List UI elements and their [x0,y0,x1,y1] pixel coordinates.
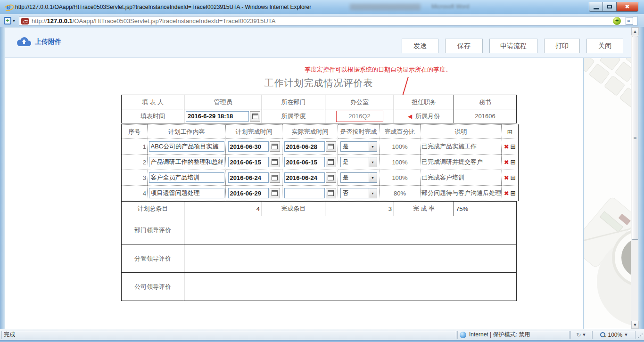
delete-row-icon[interactable]: ✖ [504,174,509,181]
calendar-icon [328,175,334,180]
calendar-button[interactable] [326,141,336,152]
calendar-button[interactable] [270,141,280,152]
print-button[interactable]: 打印 [544,39,580,53]
duty-value: 秘书 [454,95,517,109]
month-marker-icon: ◀ [408,113,412,120]
on-time-select[interactable]: 是▼ [340,172,377,183]
on-time-select[interactable]: 否▼ [340,188,377,198]
close-window-button[interactable]: ✖ [617,2,638,12]
note-text: 已完成产品实施工作 [421,139,502,155]
dept-leader-eval-label: 部门领导评价 [122,216,184,244]
calendar-button[interactable] [250,111,260,122]
calendar-icon [272,159,278,165]
plan-date-input[interactable] [228,188,269,198]
col-on-time: 是否按时完成 [338,125,380,139]
security-zone: Internet | 保护模式: 禁用 [457,331,570,339]
send-button[interactable]: 发送 [402,39,438,53]
calendar-button[interactable] [326,188,336,198]
actual-date-input[interactable] [284,141,325,152]
percent-value: 100% [380,139,421,155]
percent-value: 100% [380,155,421,170]
plan-date-input[interactable] [228,141,269,152]
on-time-select[interactable]: 是▼ [340,141,377,152]
magnifier-icon [600,332,605,337]
delete-row-icon[interactable]: ✖ [504,190,509,197]
form-title: 工作计划完成情况评价表 [121,77,516,90]
ie-icon: e [4,3,13,11]
content-input[interactable] [149,172,224,183]
actual-date-input[interactable] [284,157,325,167]
percent-value: 100% [380,170,421,186]
branch-leader-eval-area[interactable] [184,244,517,273]
scroll-up-button[interactable]: ▲ [631,27,639,35]
apply-workflow-button[interactable]: 申请流程 [489,39,537,53]
done-value: 3 [325,202,394,216]
save-button[interactable]: 保存 [445,39,483,53]
add-row-icon[interactable]: ⊞ [511,158,516,166]
address-bar-icons [611,16,637,25]
table-row: 4 否▼ 80% 部分问题待与客户沟通后处理 ✖⊞ [122,186,519,201]
close-page-button[interactable]: 关闭 [586,39,623,53]
filler-label: 填 表 人 [122,95,184,109]
internet-globe-icon [460,332,466,338]
quarter-label: 所属季度 [262,109,325,123]
plan-date-input[interactable] [228,172,269,183]
add-row-icon[interactable]: ⊞ [511,189,516,197]
zoom-level: 100% [608,332,622,338]
title-bar: e http://127.0.0.1/OAapp/HtTrace0503Serv… [0,0,644,14]
plan-date-input[interactable] [228,157,269,167]
site-favicon [21,18,29,24]
row-no: 1 [122,139,148,155]
content-input[interactable] [149,157,224,167]
actual-date-input[interactable] [284,172,325,183]
toolbar-buttons: 发送 保存 申请流程 打印 关闭 [402,39,623,53]
upload-attachment-link[interactable]: 上传附件 [17,37,61,46]
divider [623,17,623,25]
add-row-icon[interactable]: ⊞ [511,143,516,150]
chevron-down-icon: ▼ [583,333,585,337]
add-row-icon[interactable]: ⊞ [507,128,513,136]
zoom-control[interactable]: 100% ▼ [592,331,636,339]
calendar-icon [252,114,258,119]
calendar-button[interactable] [326,157,336,167]
add-favorite-icon: + [4,17,11,24]
url-field[interactable]: http://127.0.0.1/OAapp/HtTrace0503Servle… [19,16,637,26]
delete-row-icon[interactable]: ✖ [504,143,509,150]
table-row: 2 是▼ 100% 已完成调研并提交客户 ✖⊞ [122,155,519,170]
calendar-button[interactable] [270,172,280,183]
dept-leader-eval-area[interactable] [184,216,517,244]
chevron-down-icon: ▼ [369,157,377,167]
chevron-down-icon: ▼ [625,333,627,337]
summary-table: 计划总条目 4 完成条目 3 完 成 率 75% [121,201,517,216]
total-value: 4 [184,202,262,216]
calendar-button[interactable] [326,172,336,183]
minimize-icon [594,8,599,9]
add-favorite-button[interactable]: + ▼ [4,16,17,25]
fill-time-input[interactable] [186,111,249,122]
cloud-upload-icon [17,37,31,46]
compatibility-view-icon[interactable] [626,17,633,25]
rate-value: 75% [454,202,517,216]
calendar-button[interactable] [270,157,280,167]
company-leader-eval-area[interactable] [184,273,517,301]
zone-text: Internet | 保护模式: 禁用 [469,331,530,339]
scrollbar-thumb[interactable]: ≡ [632,36,638,240]
calendar-button[interactable] [270,188,280,198]
content-input[interactable] [149,141,224,152]
maximize-button[interactable] [603,2,617,12]
minimize-button[interactable] [589,2,603,12]
row-no: 3 [122,170,148,186]
vertical-scrollbar[interactable]: ▲ ≡ ▼ [631,27,638,329]
go-button-icon[interactable] [613,17,621,25]
delete-row-icon[interactable]: ✖ [504,159,509,166]
add-row-icon[interactable]: ⊞ [511,174,516,181]
protection-menu-button[interactable]: ↻ ▼ [570,331,591,339]
scroll-down-button[interactable]: ▼ [631,321,639,329]
total-label: 计划总条目 [122,202,184,216]
actual-date-input[interactable] [284,188,325,198]
content-input[interactable] [149,188,224,198]
note-text: 已完成调研并提交客户 [421,155,502,170]
on-time-select[interactable]: 是▼ [340,157,377,167]
table-row: 1 是▼ 100% 已完成产品实施工作 ✖⊞ [122,139,519,155]
resize-grip [637,334,643,339]
